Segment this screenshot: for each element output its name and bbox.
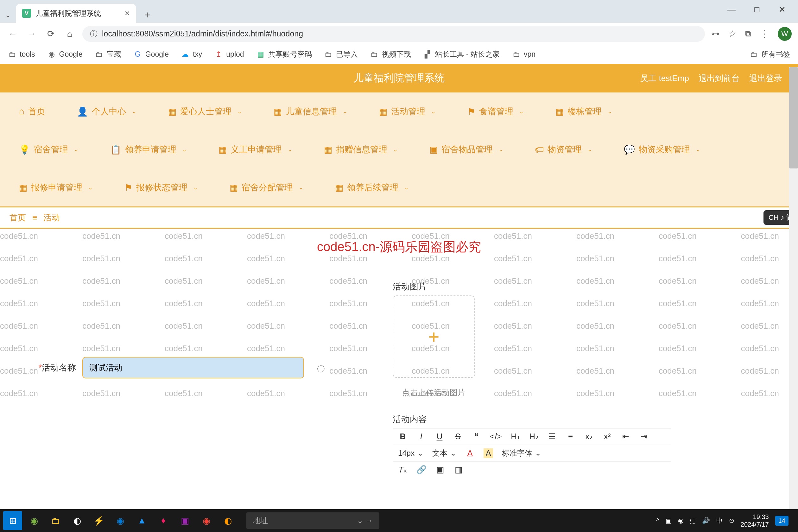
user-label[interactable]: 员工 testEmp	[640, 73, 689, 84]
nav-profile[interactable]: 👤个人中心⌄	[71, 106, 143, 117]
back-icon[interactable]: ←	[6, 27, 19, 40]
bookmark-sheets[interactable]: ▦共享账号密码	[256, 50, 312, 59]
bookmark-seo[interactable]: ▞站长工具 - 站长之家	[423, 50, 500, 59]
nav-building[interactable]: ▦楼栋管理⌄	[549, 106, 619, 117]
start-button[interactable]: ⊞	[3, 511, 22, 530]
taskbar-app-1[interactable]: ◉	[25, 511, 44, 530]
activity-name-input[interactable]	[82, 357, 304, 378]
breadcrumb-home[interactable]: 首页	[10, 212, 26, 223]
ol-button[interactable]: ☰	[548, 432, 557, 441]
bookmark-txy[interactable]: ☁txy	[181, 50, 202, 59]
tray-icon-1[interactable]: ▣	[666, 517, 672, 525]
nav-donor[interactable]: ▦爱心人士管理⌄	[162, 106, 248, 117]
home-icon[interactable]: ⌂	[63, 27, 76, 40]
minimize-icon[interactable]: —	[725, 3, 738, 16]
tray-ime-icon[interactable]: 中	[716, 516, 723, 525]
h2-button[interactable]: H₂	[529, 432, 539, 441]
nav-repair-status[interactable]: ⚑报修状态管理⌄	[118, 182, 204, 193]
link-button[interactable]: 🔗	[416, 465, 426, 475]
browser-tab[interactable]: V 儿童福利院管理系统 ×	[16, 4, 136, 23]
clear-format-button[interactable]: Tₓ	[398, 465, 407, 475]
nav-dorm[interactable]: 💡宿舍管理⌄	[13, 144, 85, 155]
extension-icon[interactable]: ⧉	[745, 29, 751, 39]
file-explorer-icon[interactable]: 🗀	[46, 511, 65, 530]
subscript-button[interactable]: x₂	[584, 432, 594, 441]
logout-link[interactable]: 退出登录	[749, 73, 782, 84]
key-icon[interactable]: ⊶	[711, 29, 720, 39]
text-type-select[interactable]: 文本 ⌄	[432, 448, 456, 458]
font-family-select[interactable]: 标准字体 ⌄	[502, 448, 541, 458]
bookmark-google2[interactable]: GGoogle	[133, 50, 169, 59]
bookmark-upload[interactable]: ↥uplod	[214, 50, 244, 59]
star-icon[interactable]: ☆	[728, 28, 736, 39]
bookmark-google[interactable]: ◉Google	[47, 50, 83, 59]
taskbar-app-7[interactable]: ◐	[218, 511, 238, 530]
taskbar-app-6[interactable]: ◉	[197, 511, 216, 530]
tray-icon-3[interactable]: ⊙	[729, 517, 734, 525]
tray-icon-2[interactable]: ◉	[678, 517, 683, 525]
color-button[interactable]: A	[465, 449, 475, 458]
new-tab-button[interactable]: +	[139, 7, 155, 23]
bookmark-import[interactable]: 🗀已导入	[324, 50, 358, 59]
scroll-thumb[interactable]	[789, 67, 798, 169]
italic-button[interactable]: I	[416, 432, 426, 441]
nav-purchase[interactable]: 💬物资采购管理⌄	[618, 144, 707, 155]
font-size-select[interactable]: 14px ⌄	[398, 449, 423, 458]
image-upload-box[interactable]: +	[393, 296, 475, 378]
bookmark-video[interactable]: 🗀视频下载	[370, 50, 411, 59]
nav-recipe[interactable]: ⚑食谱管理⌄	[461, 106, 530, 117]
taskbar-app-4[interactable]: ♦	[154, 511, 173, 530]
image-button[interactable]: ▣	[435, 465, 445, 475]
bookmark-tools[interactable]: 🗀tools	[7, 50, 35, 59]
h1-button[interactable]: H₁	[511, 432, 520, 441]
chrome-icon[interactable]: ◐	[68, 511, 87, 530]
edge-icon[interactable]: ◉	[111, 511, 130, 530]
taskbar-app-2[interactable]: ⚡	[89, 511, 108, 530]
nav-dorm-assign[interactable]: ▦宿舍分配管理⌄	[223, 182, 310, 193]
nav-donation[interactable]: ▦捐赠信息管理⌄	[318, 144, 404, 155]
code-button[interactable]: </>	[490, 432, 502, 441]
superscript-button[interactable]: x²	[603, 432, 612, 441]
bookmark-baozang[interactable]: 🗀宝藏	[95, 50, 121, 59]
video-button[interactable]: ▥	[454, 465, 463, 475]
breadcrumb-sep-icon: ≡	[32, 213, 37, 223]
maximize-icon[interactable]: □	[750, 3, 763, 16]
bold-button[interactable]: B	[398, 432, 407, 441]
nav-children[interactable]: ▦儿童信息管理⌄	[267, 106, 354, 117]
profile-avatar[interactable]: W	[778, 27, 792, 41]
nav-adopt-apply[interactable]: 📋领养申请管理⌄	[104, 144, 193, 155]
quote-button[interactable]: ❝	[472, 432, 481, 441]
all-bookmarks[interactable]: 🗀所有书签	[749, 50, 791, 59]
bookmark-vpn[interactable]: 🗀vpn	[512, 50, 535, 59]
tray-network-icon[interactable]: ⬚	[690, 517, 696, 525]
nav-volunteer[interactable]: ▦义工申请管理⌄	[212, 144, 299, 155]
taskbar-clock[interactable]: 19:33 2024/7/17	[741, 513, 769, 528]
underline-button[interactable]: U	[435, 432, 444, 441]
outdent-button[interactable]: ⇥	[639, 432, 649, 441]
forward-icon[interactable]: →	[25, 27, 38, 40]
tab-list-dropdown[interactable]: ⌄	[0, 7, 16, 23]
reload-icon[interactable]: ⟳	[44, 27, 57, 40]
nav-adopt-follow[interactable]: ▦领养后续管理⌄	[329, 182, 415, 193]
bgcolor-button[interactable]: A	[483, 449, 493, 458]
logout-front-link[interactable]: 退出到前台	[699, 73, 740, 84]
close-tab-icon[interactable]: ×	[125, 8, 130, 18]
nav-activity[interactable]: ▦活动管理⌄	[373, 106, 442, 117]
url-input[interactable]: ⓘ localhost:8080/ssm2i051/admin/dist/ind…	[82, 26, 705, 42]
notification-badge[interactable]: 14	[775, 516, 788, 526]
close-window-icon[interactable]: ✕	[776, 3, 788, 16]
tray-volume-icon[interactable]: 🔊	[702, 517, 710, 525]
strike-button[interactable]: S	[453, 432, 463, 441]
nav-materials[interactable]: 🏷物资管理⌄	[529, 144, 598, 155]
menu-icon[interactable]: ⋮	[760, 28, 769, 39]
taskbar-app-5[interactable]: ▣	[175, 511, 194, 530]
tray-up-icon[interactable]: ^	[656, 517, 659, 525]
nav-repair-apply[interactable]: ▦报修申请管理⌄	[13, 182, 99, 193]
nav-home[interactable]: ⌂首页	[13, 106, 52, 117]
taskbar-search[interactable]: 地址⌄ →	[246, 512, 379, 529]
vertical-scrollbar[interactable]	[789, 67, 798, 509]
indent-button[interactable]: ⇤	[621, 432, 630, 441]
nav-dorm-items[interactable]: ▣宿舍物品管理⌄	[423, 144, 510, 155]
ul-button[interactable]: ≡	[566, 432, 575, 441]
taskbar-app-3[interactable]: ▲	[132, 511, 151, 530]
